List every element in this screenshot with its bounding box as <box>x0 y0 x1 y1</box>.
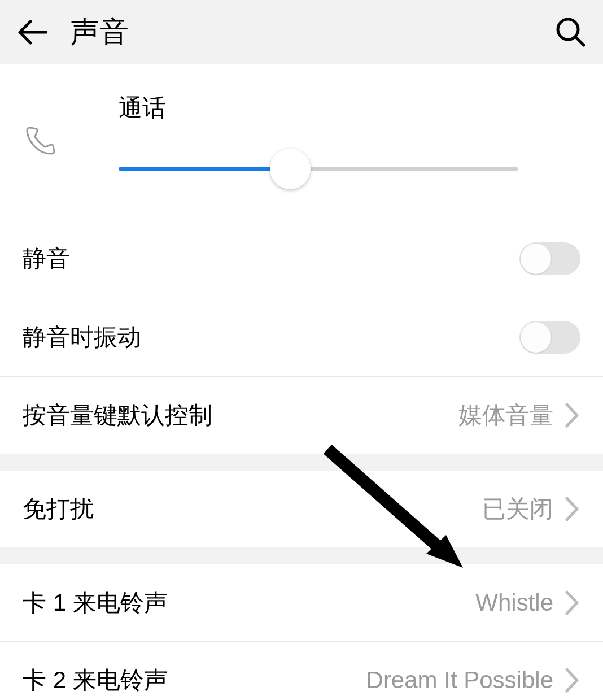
dnd-label: 免打扰 <box>23 493 94 525</box>
toggle-knob <box>521 244 551 274</box>
volume-default-value: 媒体音量 <box>458 399 553 431</box>
svg-line-1 <box>576 37 584 45</box>
call-volume-section: 通话 <box>0 64 603 220</box>
header: 声音 <box>0 0 603 64</box>
call-volume-slider[interactable] <box>119 152 518 186</box>
sim1-ringtone-label: 卡 1 来电铃声 <box>23 587 168 619</box>
dnd-group: 免打扰 已关闭 <box>0 471 603 547</box>
phone-icon <box>23 123 56 157</box>
header-left: 声音 <box>17 12 129 52</box>
mute-toggle[interactable] <box>519 242 580 275</box>
slider-thumb[interactable] <box>270 149 311 189</box>
chevron-right-icon <box>565 590 580 616</box>
mute-row[interactable]: 静音 <box>0 220 603 298</box>
search-icon <box>556 17 586 47</box>
sim1-ringtone-row[interactable]: 卡 1 来电铃声 Whistle <box>0 564 603 641</box>
dnd-row[interactable]: 免打扰 已关闭 <box>0 471 603 547</box>
chevron-right-icon <box>565 402 580 428</box>
sim2-ringtone-value: Dream It Possible <box>366 667 553 694</box>
section-gap <box>0 547 603 564</box>
setting-right: Dream It Possible <box>366 667 580 694</box>
chevron-right-icon <box>565 667 580 693</box>
mute-label: 静音 <box>23 243 70 275</box>
search-button[interactable] <box>556 17 586 47</box>
sim2-ringtone-label: 卡 2 来电铃声 <box>23 664 168 696</box>
vibrate-on-mute-row[interactable]: 静音时振动 <box>0 298 603 376</box>
back-arrow-icon <box>17 20 47 45</box>
sim2-ringtone-row[interactable]: 卡 2 来电铃声 Dream It Possible <box>0 641 603 700</box>
toggle-knob <box>521 322 551 353</box>
mute-group: 静音 静音时振动 按音量键默认控制 媒体音量 <box>0 220 603 454</box>
dnd-value: 已关闭 <box>482 493 553 525</box>
section-gap <box>0 454 603 471</box>
back-button[interactable] <box>17 17 47 47</box>
content: 通话 静音 静音时振动 按音量键默认控制 媒体音量 <box>0 64 603 700</box>
setting-right: 已关闭 <box>482 493 580 525</box>
vibrate-on-mute-toggle[interactable] <box>519 321 580 354</box>
page-title: 声音 <box>70 12 129 52</box>
ringtone-group: 卡 1 来电铃声 Whistle 卡 2 来电铃声 Dream It Possi… <box>0 564 603 700</box>
setting-right: Whistle <box>475 589 580 616</box>
volume-default-row[interactable]: 按音量键默认控制 媒体音量 <box>0 376 603 454</box>
vibrate-on-mute-label: 静音时振动 <box>23 321 141 353</box>
slider-label: 通话 <box>119 92 518 124</box>
chevron-right-icon <box>565 496 580 522</box>
slider-track-line <box>119 167 518 171</box>
volume-default-label: 按音量键默认控制 <box>23 399 212 431</box>
sim1-ringtone-value: Whistle <box>475 589 553 616</box>
setting-right: 媒体音量 <box>458 399 580 431</box>
slider-fill <box>119 167 290 171</box>
call-volume-slider-content: 通话 <box>119 92 518 186</box>
